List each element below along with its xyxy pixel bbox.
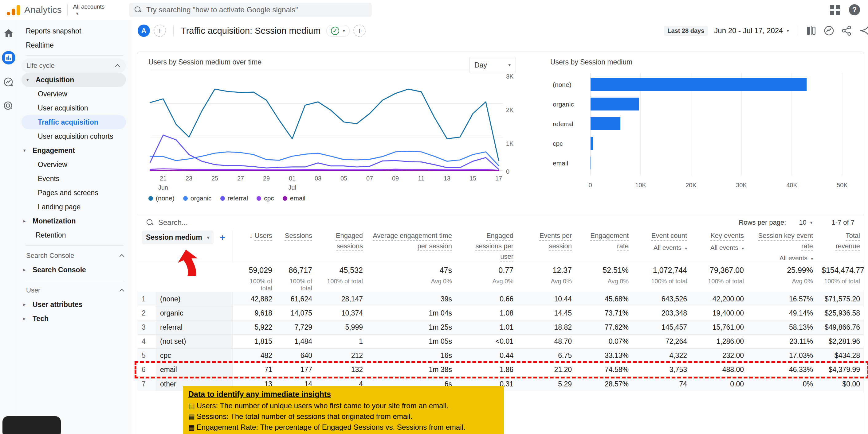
- legend-item[interactable]: (none): [148, 195, 175, 202]
- sidebar-section-life-cycle[interactable]: Life cycle: [22, 59, 126, 73]
- caret-right-icon: ▸: [23, 316, 28, 321]
- svg-text:1K: 1K: [506, 140, 514, 147]
- metric-cell: 16.57%: [748, 292, 817, 306]
- share-icon[interactable]: [841, 25, 852, 36]
- column-header[interactable]: Engaged sessions per user: [456, 231, 518, 262]
- totals-cell: 59,029100% of total: [232, 262, 277, 292]
- reports-icon[interactable]: [2, 51, 16, 64]
- insight-note-item: ▤Sessions: The total number of sessions …: [188, 411, 498, 422]
- global-search-input[interactable]: [146, 5, 366, 14]
- sidebar-item-search-console[interactable]: ▸ Search Console: [17, 263, 131, 277]
- sidebar-item-user-attributes[interactable]: ▸ User attributes: [17, 297, 131, 311]
- users-over-time-line-chart[interactable]: 3K2K1K02123252729010305070911131517JunJu…: [148, 66, 526, 193]
- comparison-icon[interactable]: [805, 25, 817, 36]
- global-search[interactable]: [129, 3, 372, 17]
- metric-cell: 145,457: [633, 321, 691, 335]
- users-by-medium-bar-chart[interactable]: 010K20K30K40K50K(none)organicreferralcpc…: [550, 69, 858, 198]
- table-row[interactable]: 5cpc48264021216s0.446.7533.13%4,322232.0…: [137, 349, 864, 363]
- sidebar-item-acquisition-overview[interactable]: Overview: [17, 87, 131, 101]
- column-header[interactable]: Average engagement time per session: [367, 231, 456, 262]
- caret-down-icon: ▾: [76, 11, 79, 16]
- add-dimension-button[interactable]: +: [220, 232, 225, 243]
- google-apps-icon[interactable]: [830, 5, 840, 15]
- metric-cell: 1m 04s: [367, 306, 456, 321]
- sidebar-item-events[interactable]: Events: [17, 172, 131, 186]
- divider: [173, 26, 174, 36]
- table-row[interactable]: 6email711771321m 38s1.8621.2074.58%3,753…: [137, 363, 864, 377]
- sidebar-item-realtime[interactable]: Realtime: [17, 38, 131, 52]
- svg-text:21: 21: [160, 175, 166, 182]
- table-row[interactable]: 3referral5,9227,7295,9991m 25s1.0118.827…: [137, 321, 864, 335]
- chevron-up-icon: [115, 64, 120, 69]
- report-status-badge[interactable]: ✓ ▾: [326, 25, 350, 37]
- sidebar-item-monetization[interactable]: ▸ Monetization: [17, 214, 131, 228]
- metric-cell: 19,400.00: [691, 306, 748, 321]
- column-header[interactable]: Engagement rate: [576, 231, 633, 262]
- metric-cell: 23.11%: [748, 335, 817, 349]
- event-filter-select[interactable]: All events ▾: [695, 244, 744, 252]
- avatar[interactable]: A: [138, 25, 150, 37]
- add-comparison-button[interactable]: +: [154, 25, 166, 37]
- column-header[interactable]: Engaged sessions: [316, 231, 367, 262]
- metric-cell: 15,761.00: [691, 321, 748, 335]
- column-header[interactable]: ↓Users: [232, 231, 277, 262]
- table-toolbar: Rows per page: 10 ▾ 1-7 of 7: [137, 214, 864, 231]
- table-search-input[interactable]: [158, 218, 312, 227]
- column-header[interactable]: Events per session: [518, 231, 576, 262]
- document-icon: ▤: [188, 413, 195, 421]
- legend-item[interactable]: organic: [183, 195, 212, 202]
- rows-per-page-select[interactable]: 10 ▾: [799, 219, 812, 227]
- legend-dot-icon: [283, 196, 287, 201]
- table-row[interactable]: 4(not set)1,8151,48411m 05s<0.0148.700.0…: [137, 335, 864, 349]
- sidebar-item-traffic-acquisition[interactable]: Traffic acquisition: [22, 115, 126, 129]
- svg-text:40K: 40K: [786, 182, 797, 189]
- table-search[interactable]: [147, 218, 739, 227]
- column-header[interactable]: Key eventsAll events ▾: [691, 231, 748, 262]
- sidebar-item-landing-page[interactable]: Landing page: [17, 200, 131, 214]
- date-range-picker[interactable]: Jun 20 - Jul 17, 2024 ▾: [714, 26, 789, 35]
- svg-text:17: 17: [495, 175, 502, 182]
- dimension-select[interactable]: Session medium ▾: [142, 231, 214, 244]
- home-icon[interactable]: [2, 27, 15, 39]
- bar-chart-panel: Users by Session medium 010K20K30K40K50K…: [538, 52, 864, 214]
- sidebar-item-tech[interactable]: ▸ Tech: [17, 311, 131, 326]
- sidebar-item-engagement[interactable]: ▾ Engagement: [17, 143, 131, 158]
- metric-cell: 0.44: [456, 349, 518, 363]
- table-row[interactable]: 2organic9,61814,07510,3741m 04s1.0814.45…: [137, 306, 864, 321]
- legend-item[interactable]: email: [283, 195, 305, 202]
- sidebar-item-user-acquisition[interactable]: User acquisition: [17, 101, 131, 115]
- column-header[interactable]: Sessions: [277, 231, 316, 262]
- insights-icon[interactable]: [823, 25, 835, 36]
- explore-icon[interactable]: [2, 76, 15, 89]
- metric-cell: 640: [277, 349, 316, 363]
- granularity-select[interactable]: Day ▾: [469, 57, 516, 73]
- metric-cell: 132: [316, 363, 367, 377]
- sidebar-item-user-acquisition-cohorts[interactable]: User acquisition cohorts: [17, 129, 131, 143]
- legend-item[interactable]: cpc: [256, 195, 274, 202]
- account-switcher[interactable]: All accounts ▾: [73, 3, 104, 16]
- sidebar-section-search-console[interactable]: Search Console: [17, 248, 131, 263]
- event-filter-select[interactable]: All events ▾: [752, 255, 813, 262]
- metric-cell: 1m 05s: [367, 335, 456, 349]
- column-header[interactable]: Session key event rateAll events ▾: [748, 231, 817, 262]
- sort-desc-icon: ↓: [249, 231, 253, 241]
- advertising-icon[interactable]: [2, 100, 15, 112]
- column-header[interactable]: Total revenue: [817, 231, 864, 262]
- sidebar-item-retention[interactable]: Retention: [17, 228, 131, 242]
- legend-item[interactable]: referral: [220, 195, 248, 202]
- table-row[interactable]: 1(none)42,88261,62428,14739s0.6610.4445.…: [137, 292, 864, 306]
- caret-down-icon: ▾: [343, 28, 345, 33]
- dimension-value: (not set): [156, 335, 232, 349]
- event-filter-select[interactable]: All events ▾: [637, 244, 687, 252]
- sidebar-item-engagement-overview[interactable]: Overview: [17, 158, 131, 172]
- help-icon[interactable]: ?: [849, 4, 860, 15]
- column-header[interactable]: Event countAll events ▾: [633, 231, 691, 262]
- sidebar-section-user[interactable]: User: [17, 283, 131, 297]
- clipped-edge-icon[interactable]: [859, 25, 868, 36]
- legend-label: (none): [156, 195, 175, 202]
- sidebar-item-acquisition[interactable]: ▾ Acquisition: [22, 73, 126, 87]
- brand-name: Analytics: [24, 5, 62, 15]
- add-report-button[interactable]: +: [353, 25, 366, 37]
- sidebar-item-pages-and-screens[interactable]: Pages and screens: [17, 186, 131, 200]
- sidebar-item-reports-snapshot[interactable]: Reports snapshot: [17, 24, 131, 38]
